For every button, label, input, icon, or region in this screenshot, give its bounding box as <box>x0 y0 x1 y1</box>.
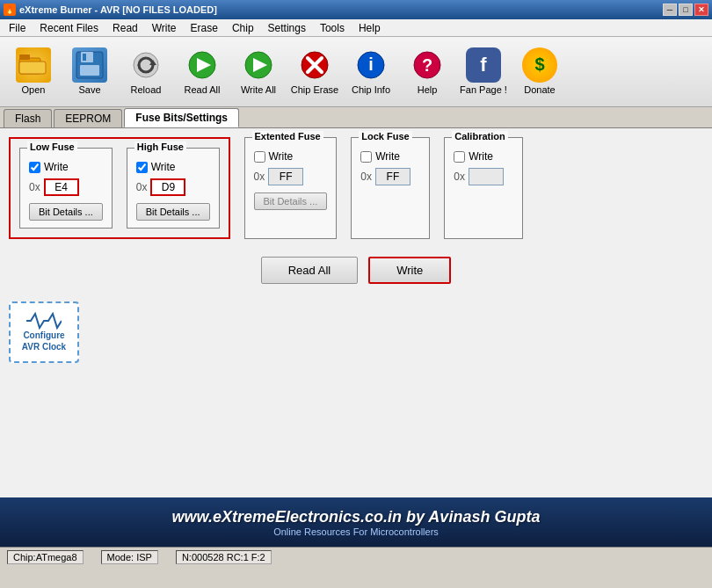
tab-eeprom[interactable]: EEPROM <box>54 109 122 127</box>
lock-fuse-prefix: 0x <box>360 171 372 183</box>
read-all-button[interactable]: Read All <box>176 42 229 102</box>
lock-fuse-box: Lock Fuse Write 0x <box>351 137 430 239</box>
low-fuse-bit-details-button[interactable]: Bit Details ... <box>29 203 103 221</box>
main-content: Low Fuse Write 0x Bit Details ... High F… <box>0 128 712 497</box>
title-bar: 🔥 eXtreme Burner - AVR [NO FILES LOADED]… <box>0 0 712 19</box>
extended-fuse-write-checkbox[interactable] <box>254 151 265 163</box>
high-fuse-group: High Fuse Write 0x Bit Details ... <box>127 148 220 229</box>
footer-sub-text: Online Resources For Microcontrollers <box>273 526 439 537</box>
svg-text:?: ? <box>422 55 432 75</box>
open-button[interactable]: Open <box>7 42 60 102</box>
action-buttons-row: Read All Write <box>9 257 703 284</box>
extended-fuse-box: Extented Fuse Write 0x Bit Details ... <box>244 137 338 239</box>
menu-chip[interactable]: Chip <box>225 20 261 36</box>
calibration-write-label: Write <box>469 150 493 163</box>
help-button[interactable]: ? Help <box>401 42 454 102</box>
read-all-label: Read All <box>185 84 221 96</box>
write-action-button[interactable]: Write <box>368 257 451 284</box>
calibration-write-checkbox[interactable] <box>454 151 465 163</box>
svg-rect-6 <box>83 54 86 61</box>
low-fuse-group: Low Fuse Write 0x Bit Details ... <box>19 148 113 229</box>
svg-rect-2 <box>19 54 30 60</box>
low-fuse-value[interactable] <box>44 178 79 196</box>
svg-rect-1 <box>19 62 46 74</box>
save-button[interactable]: Save <box>63 42 116 102</box>
high-fuse-value[interactable] <box>150 178 185 196</box>
help-icon: ? <box>410 47 445 83</box>
donate-label: Donate <box>524 84 555 96</box>
footer-watermark: www.eXtremeElectronics.co.in by Avinash … <box>0 497 712 547</box>
chip-erase-button[interactable]: Chip Erase <box>288 42 341 102</box>
tab-flash[interactable]: Flash <box>4 109 52 127</box>
high-fuse-write-label: Write <box>151 161 176 173</box>
read-all-action-button[interactable]: Read All <box>261 257 358 284</box>
menu-write[interactable]: Write <box>145 20 184 36</box>
extended-fuse-value[interactable] <box>268 168 303 185</box>
avr-clock-label2: AVR Clock <box>22 341 66 352</box>
lock-fuse-write-checkbox[interactable] <box>360 151 372 163</box>
low-fuse-box: Low Fuse Write 0x Bit Details ... <box>19 148 113 229</box>
chip-info-button[interactable]: i Chip Info <box>345 42 397 102</box>
low-fuse-prefix: 0x <box>29 181 40 193</box>
chip-erase-icon <box>297 47 332 83</box>
high-fuse-box: High Fuse Write 0x Bit Details ... <box>127 148 220 229</box>
status-mode: Mode: ISP <box>101 550 158 564</box>
donate-icon: $ <box>522 47 557 83</box>
calibration-value[interactable] <box>469 168 504 185</box>
lock-fuse-value[interactable] <box>375 168 410 185</box>
menu-tools[interactable]: Tools <box>313 20 352 36</box>
reload-label: Reload <box>131 84 162 96</box>
write-all-button[interactable]: Write All <box>232 42 285 102</box>
menu-erase[interactable]: Erase <box>184 20 225 36</box>
reload-button[interactable]: Reload <box>120 42 172 102</box>
status-chip: Chip:ATmega8 <box>7 550 84 564</box>
chip-info-label: Chip Info <box>352 84 390 96</box>
high-fuse-write-checkbox[interactable] <box>136 162 148 173</box>
menu-settings[interactable]: Settings <box>261 20 313 36</box>
help-label: Help <box>418 84 438 96</box>
menu-read[interactable]: Read <box>105 20 145 36</box>
svg-text:i: i <box>368 54 374 74</box>
footer-url: www.eXtremeElectronics.co.in by Avinash … <box>172 508 541 526</box>
svg-rect-5 <box>80 65 99 76</box>
high-fuse-bit-details-button[interactable]: Bit Details ... <box>136 203 210 221</box>
fuse-sections: Low Fuse Write 0x Bit Details ... High F… <box>9 137 703 239</box>
extended-fuse-bit-details-button[interactable]: Bit Details ... <box>254 192 328 210</box>
maximize-button[interactable]: □ <box>679 4 693 16</box>
configure-avr-clock-button[interactable]: Configure AVR Clock <box>9 301 79 363</box>
calibration-prefix: 0x <box>454 171 465 183</box>
fan-page-button[interactable]: f Fan Page ! <box>457 42 510 102</box>
fan-page-label: Fan Page ! <box>460 84 507 96</box>
save-label: Save <box>78 84 100 96</box>
lock-fuse-write-label: Write <box>375 150 400 163</box>
minimize-button[interactable]: ─ <box>663 4 677 16</box>
chip-info-icon: i <box>353 47 389 83</box>
avr-clock-label1: Configure <box>23 330 64 341</box>
reload-icon <box>128 47 163 83</box>
write-all-icon <box>241 47 276 83</box>
menu-recent-files[interactable]: Recent Files <box>33 20 105 36</box>
calibration-title: Calibration <box>452 131 507 142</box>
extended-fuse-prefix: 0x <box>254 171 265 183</box>
extended-fuse-title: Extented Fuse <box>252 131 323 142</box>
open-icon <box>16 47 51 83</box>
save-icon <box>72 47 107 83</box>
status-bar: Chip:ATmega8 Mode: ISP N:000528 RC:1 F:2 <box>0 547 712 566</box>
menu-file[interactable]: File <box>2 20 33 36</box>
calibration-box: Calibration Write 0x <box>444 137 523 239</box>
read-all-icon <box>185 47 220 83</box>
write-all-label: Write All <box>241 84 276 96</box>
tab-fuse-bits[interactable]: Fuse Bits/Settings <box>124 108 239 127</box>
open-label: Open <box>22 84 46 96</box>
donate-button[interactable]: $ Donate <box>513 42 566 102</box>
low-fuse-write-checkbox[interactable] <box>29 162 40 173</box>
tab-strip: Flash EEPROM Fuse Bits/Settings <box>0 107 712 128</box>
low-fuse-title: Low Fuse <box>27 142 77 152</box>
menu-help[interactable]: Help <box>352 20 388 36</box>
low-high-fuse-wrapper: Low Fuse Write 0x Bit Details ... High F… <box>9 137 230 239</box>
close-button[interactable]: ✕ <box>694 4 708 16</box>
fan-page-icon: f <box>466 47 501 83</box>
window-title: eXtreme Burner - AVR [NO FILES LOADED] <box>19 4 217 15</box>
status-counter: N:000528 RC:1 F:2 <box>176 550 272 564</box>
chip-erase-label: Chip Erase <box>291 84 338 96</box>
